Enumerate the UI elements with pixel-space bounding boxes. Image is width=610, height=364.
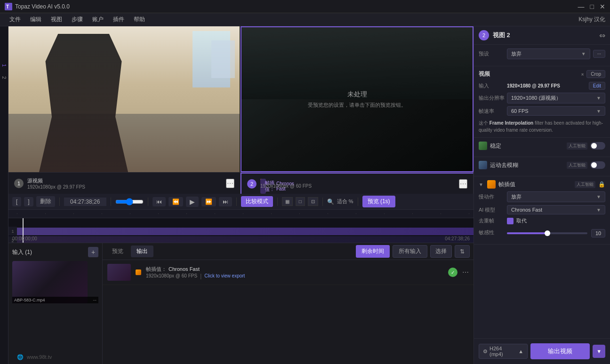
sensitivity-slider[interactable] — [507, 232, 587, 234]
slow-motion-dropdown[interactable]: 放弃 ▼ — [507, 191, 605, 202]
separator-4 — [236, 198, 237, 206]
main-area: 1 2 — [0, 26, 610, 364]
bracket-close-btn[interactable]: ] — [24, 197, 33, 206]
framerate-dropdown[interactable]: 60 FPS ▼ — [507, 106, 605, 116]
sensitivity-label: 敏感性 — [479, 229, 507, 236]
edit-btn[interactable]: Edit — [589, 82, 605, 90]
slow-motion-label: 慢动作 — [479, 193, 507, 200]
person-right-bg — [211, 40, 235, 78]
export-video-button[interactable]: 输出视频 — [530, 343, 590, 359]
view-icon-btn-3[interactable]: ⊡ — [308, 197, 318, 206]
prev-frame-btn[interactable]: ⏪ — [169, 197, 183, 206]
menu-steps[interactable]: 步骤 — [67, 16, 88, 24]
export-filter-label: 帧插值： — [146, 266, 167, 273]
thumb-label: ABP-583-C.mp4 ··· — [12, 297, 98, 303]
label-bar: 1 源视频 1920x1080px @ 29.97 FPS ⋯ 2 帧插值： — [8, 172, 474, 194]
sort-btn[interactable]: ⇅ — [455, 245, 470, 258]
menu-account[interactable]: 账户 — [88, 16, 108, 24]
video-section-title: 视频 — [479, 70, 580, 78]
motion-toggle-knob — [591, 162, 597, 168]
compare-mode-btn[interactable]: 比较模式 — [241, 196, 273, 207]
input-header: 输入 (1) + — [12, 247, 98, 257]
titlebar: T Topaz Video AI v5.0.0 — □ ✕ — [0, 0, 610, 13]
timecode-input[interactable] — [64, 198, 106, 206]
preset-dropdown[interactable]: 放弃 ▼ — [507, 48, 590, 59]
stable-toggle[interactable] — [590, 142, 605, 150]
frame-interp-section: ▼ 帧插值 人工智能 🔒 慢动作 放弃 ▼ AI 模型 Chronos Fast — [474, 176, 610, 245]
menu-edit[interactable]: 编辑 — [25, 16, 46, 24]
go-end-btn[interactable]: ⏭ — [219, 197, 232, 206]
motion-section-header[interactable]: 运动去模糊 人工智能 — [479, 161, 605, 169]
crop-btn[interactable]: Crop — [586, 70, 605, 78]
view-icon-btn-1[interactable]: ▦ — [282, 197, 293, 206]
motion-ai-badge: 人工智能 — [567, 162, 587, 169]
preset-more-btn[interactable]: ··· — [593, 50, 605, 58]
input-title: 输入 (1) — [12, 248, 32, 256]
close-button[interactable]: ✕ — [600, 3, 605, 10]
timeline-scrubber[interactable] — [115, 198, 144, 206]
svg-text:T: T — [6, 4, 9, 9]
export-tabs: 预览 输出 剩余时间 所有输入 选择 ⇅ — [103, 243, 474, 260]
output-more-button[interactable]: ⋯ — [459, 179, 467, 189]
menu-file[interactable]: 文件 — [5, 16, 25, 24]
output-res-dropdown[interactable]: 1920×1080 (源视频） ▼ — [507, 93, 605, 103]
motion-toggle[interactable] — [590, 161, 605, 169]
separator-3 — [148, 198, 148, 206]
export-more-button[interactable]: ⋯ — [462, 269, 469, 276]
video-crop-area: ⌅ Crop — [580, 70, 605, 78]
select-btn[interactable]: 选择 — [430, 245, 452, 258]
frame-interp-header[interactable]: ▼ 帧插值 人工智能 🔒 — [479, 180, 605, 189]
next-frame-btn[interactable]: ⏩ — [201, 197, 216, 206]
app-title: Topaz Video AI v5.0.0 — [15, 3, 578, 10]
timeline-tracks: 1 2 00:00:00;00 04:27:38;26 — [8, 218, 474, 243]
play-btn[interactable]: ▶ — [186, 197, 199, 207]
timeline-time-right: 04:27:38;26 — [445, 236, 470, 241]
add-input-button[interactable]: + — [88, 247, 98, 257]
app-logo-icon: T — [5, 3, 12, 10]
thumb-more[interactable]: ··· — [93, 298, 96, 302]
dedup-value-area: 取代 — [507, 217, 527, 224]
preset-row: 预设 放弃 ▼ ··· — [479, 48, 605, 59]
timeline-track-1[interactable] — [17, 228, 474, 235]
export-options-button[interactable]: ▼ — [593, 345, 605, 358]
delete-btn[interactable]: 删除 — [36, 196, 55, 207]
source-more-button[interactable]: ⋯ — [226, 179, 234, 188]
menu-plugins[interactable]: 插件 — [108, 16, 129, 24]
maximize-button[interactable]: □ — [590, 3, 594, 10]
minimize-button[interactable]: — — [578, 3, 585, 10]
menu-help[interactable]: 帮助 — [129, 16, 150, 24]
tab-output[interactable]: 输出 — [131, 245, 153, 257]
timeline-track-2[interactable] — [17, 236, 474, 243]
input-resolution: 1920×1080 @ 29.97 FPS — [507, 83, 589, 88]
stable-title: 稳定 — [490, 142, 564, 150]
ai-model-dropdown[interactable]: Chronos Fast ▼ — [507, 205, 605, 214]
ruler-ticks — [17, 214, 474, 214]
remaining-time-btn[interactable]: 剩余时间 — [356, 245, 390, 258]
strip-button-2[interactable]: 2 — [1, 76, 7, 79]
stable-section-header[interactable]: 稳定 人工智能 — [479, 142, 605, 150]
output-format-dropdown[interactable]: ⚙ H264 (mp4) ▲ — [479, 344, 528, 359]
tab-preview[interactable]: 预览 — [106, 245, 129, 257]
export-click-link[interactable]: Click to view export — [204, 273, 245, 278]
source-num-badge: 1 — [14, 179, 24, 188]
bracket-open-btn[interactable]: [ — [12, 197, 21, 206]
timeline-time-left: 00:00:00;00 — [12, 236, 37, 241]
website-label: 🌐 www.98t.tv — [17, 354, 52, 360]
export-filter-name: Chronos Fast — [169, 266, 200, 272]
motion-section: 运动去模糊 人工智能 — [474, 157, 610, 176]
crop-icon: ⌅ — [580, 71, 585, 77]
all-inputs-btn[interactable]: 所有输入 — [393, 245, 427, 258]
view-icon-btn-2[interactable]: □ — [296, 197, 305, 206]
menu-view[interactable]: 视图 — [46, 16, 67, 24]
separator-5 — [277, 198, 278, 206]
expand-button[interactable]: ⇔ — [599, 31, 605, 40]
framerate-row: 帧速率 60 FPS ▼ — [479, 106, 605, 116]
preview-area: 未处理 受预览您的设置，请单击下面的预览按钮。 — [8, 26, 474, 172]
go-start-btn[interactable]: ⏮ — [152, 197, 166, 206]
preview-hint-text: 受预览您的设置，请单击下面的预览按钮。 — [308, 102, 406, 109]
strip-button-1[interactable]: 1 — [1, 64, 7, 67]
preview-btn[interactable]: 预览 (1s) — [362, 196, 395, 207]
sensitivity-thumb[interactable] — [545, 230, 550, 236]
input-list-panel: 输入 (1) + ABP-583-C.mp4 ··· — [8, 243, 103, 364]
timeline[interactable]: 1 2 00:00:00;00 04:27:38;26 — [8, 210, 474, 243]
